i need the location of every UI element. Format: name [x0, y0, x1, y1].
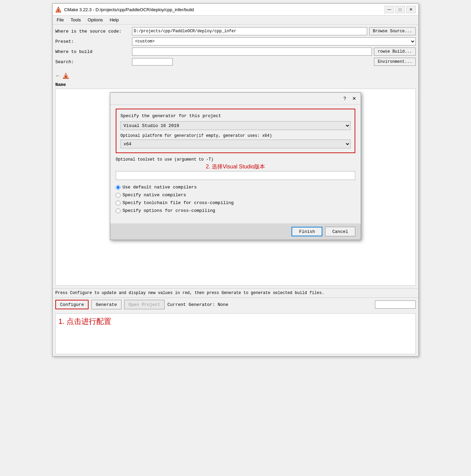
radio-cross-input[interactable] [116, 208, 120, 213]
menu-options[interactable]: Options [85, 16, 106, 23]
dialog-backdrop: ? ✕ Specify the generator for this proje… [56, 89, 415, 285]
generator-box-title: Specify the generator for this project [120, 113, 351, 118]
dialog-help-button[interactable]: ? [341, 95, 348, 102]
radio-toolchain-file: Specify toolchain file for cross-compili… [116, 200, 355, 205]
platform-label: Optional platform for generator(if empty… [120, 133, 351, 138]
radio-toolchain-input[interactable] [116, 201, 120, 205]
radio-cross-compile-options: Specify options for cross-compiling [116, 208, 355, 213]
cancel-button[interactable]: Cancel [325, 227, 355, 236]
minimize-button[interactable]: — [384, 6, 394, 13]
preset-row: Preset: <custom> [55, 37, 416, 45]
toolset-input[interactable] [116, 171, 355, 180]
environment-button[interactable]: Environment... [374, 58, 416, 66]
menu-tools[interactable]: Tools [68, 16, 83, 23]
window-title: CMake 3.22.3 - D:/projects/cpp/PaddleOCR… [64, 7, 194, 12]
preset-select[interactable]: <custom> [132, 37, 416, 45]
build-row: Where to build rowse Build... [55, 48, 416, 56]
overlay-area: ? ✕ Specify the generator for this proje… [55, 89, 416, 286]
output-area: 1. 点击进行配置 [55, 313, 416, 354]
source-input[interactable] [132, 27, 367, 35]
configure-button[interactable]: Configure [55, 300, 89, 309]
dialog-body: Specify the generator for this project V… [110, 105, 361, 220]
status-text: Press Configure to update and display ne… [55, 291, 324, 295]
cmake-title-icon [55, 6, 61, 13]
window-controls: — □ ✕ [384, 6, 416, 13]
toolset-label: Optional toolset to use (argument to -T) [116, 157, 355, 162]
current-generator-label: Current Generator: None [167, 302, 228, 307]
compiler-radio-group: Use default native compilers Specify nat… [116, 185, 355, 213]
search-row: Search: Environment... [55, 58, 416, 66]
menu-help[interactable]: Help [107, 16, 121, 23]
main-window: CMake 3.22.3 - D:/projects/cpp/PaddleOCR… [52, 3, 419, 356]
radio-default-input[interactable] [116, 185, 120, 190]
output-annotation: 1. 点击进行配置 [58, 317, 111, 326]
source-row: Where is the source code: Browse Source.… [55, 27, 416, 35]
dialog-footer: Finish Cancel [110, 223, 361, 240]
maximize-button[interactable]: □ [395, 6, 405, 13]
action-bar: Configure Generate Open Project Current … [53, 297, 418, 311]
generator-dialog: ? ✕ Specify the generator for this proje… [110, 92, 361, 240]
status-bar: Press Configure to update and display ne… [53, 288, 418, 297]
radio-default-compilers: Use default native compilers [116, 185, 355, 190]
radio-native-input[interactable] [116, 193, 120, 198]
title-bar: CMake 3.22.3 - D:/projects/cpp/PaddleOCR… [53, 4, 418, 16]
main-content: Where is the source code: Browse Source.… [53, 24, 418, 71]
generator-box: Specify the generator for this project V… [116, 109, 355, 153]
cmake-nav-icon [62, 72, 70, 79]
table-area: ? ✕ Specify the generator for this proje… [55, 89, 416, 286]
search-label: Search: [55, 59, 130, 65]
source-label: Where is the source code: [55, 29, 130, 34]
build-input[interactable] [132, 48, 372, 56]
open-project-button[interactable]: Open Project [124, 300, 165, 309]
radio-native-label: Specify native compilers [123, 193, 186, 198]
nav-row: ← [53, 71, 418, 81]
browse-build-button[interactable]: rowse Build... [374, 48, 416, 56]
build-label: Where to build [55, 49, 130, 54]
title-bar-left: CMake 3.22.3 - D:/projects/cpp/PaddleOCR… [55, 6, 194, 13]
finish-button[interactable]: Finish [291, 227, 322, 236]
radio-default-label: Use default native compilers [123, 185, 196, 190]
close-button[interactable]: ✕ [406, 6, 416, 13]
dialog-header-icons: ? ✕ [341, 95, 358, 102]
generator-select[interactable]: Visual Studio 16 2019 [120, 121, 351, 130]
back-button[interactable]: ← [55, 73, 61, 79]
menu-bar: File Tools Options Help [53, 16, 418, 24]
search-input[interactable] [132, 58, 173, 66]
menu-file[interactable]: File [54, 16, 67, 23]
browse-source-button[interactable]: Browse Source... [369, 27, 416, 35]
radio-native-compilers: Specify native compilers [116, 193, 355, 198]
generate-button[interactable]: Generate [91, 300, 121, 309]
toolset-annotation: 2. 选择Visual Studio版本 [116, 163, 355, 170]
radio-toolchain-label: Specify toolchain file for cross-compili… [123, 200, 234, 205]
preset-label: Preset: [55, 39, 130, 44]
radio-cross-label: Specify options for cross-compiling [123, 208, 215, 213]
dialog-close-button[interactable]: ✕ [351, 95, 358, 102]
platform-select[interactable]: x64 [120, 140, 351, 148]
progress-input [375, 300, 416, 309]
dialog-header: ? ✕ [110, 93, 361, 105]
column-header-name: Name [53, 81, 418, 89]
